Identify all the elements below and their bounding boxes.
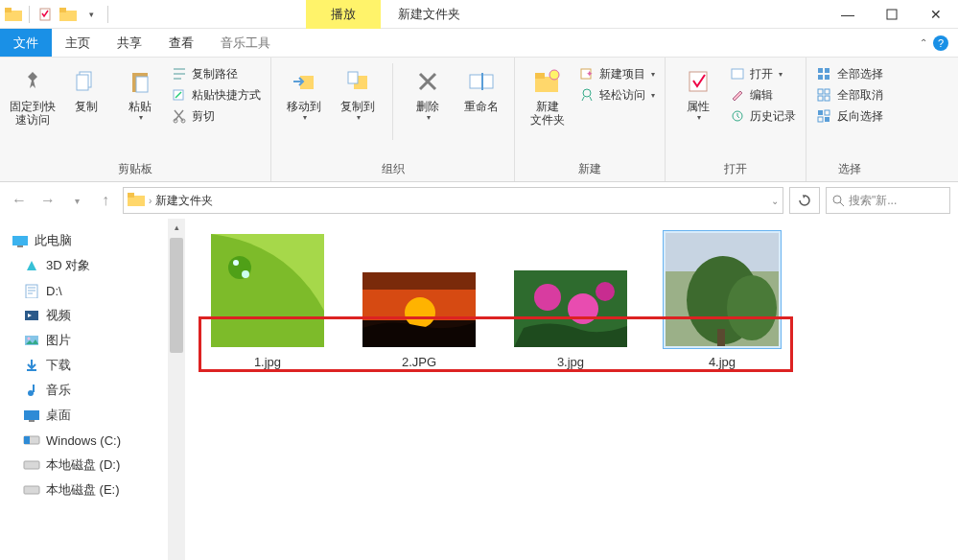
move-to-button[interactable]: 移动到 ▾ [281,63,327,122]
chevron-down-icon: ▾ [357,113,361,122]
scrollbar[interactable]: ▴ [168,219,185,560]
breadcrumb[interactable]: 新建文件夹 [155,193,213,209]
sidebar-item-label: Windows (C:) [46,433,121,448]
sidebar-item[interactable]: 音乐 [6,378,162,403]
paste-button[interactable]: 粘贴 ▾ [117,63,163,122]
cut-button[interactable]: 剪切 [171,107,261,125]
collapse-ribbon-icon[interactable]: ⌃ [920,37,927,48]
properties-icon[interactable] [35,5,55,24]
svg-rect-40 [128,193,134,198]
content-pane[interactable]: 1.jpg2.JPG3.jpg4.jpg [185,219,958,560]
new-item-button[interactable]: ✦ 新建项目 ▾ [578,65,655,82]
invert-selection-button[interactable]: 反向选择 [816,107,883,125]
sidebar-item[interactable]: Windows (C:) [6,428,162,453]
close-button[interactable]: ✕ [914,0,958,29]
tab-share[interactable]: 共享 [104,29,155,57]
svg-text:✦: ✦ [586,69,594,79]
copy-icon [70,65,103,98]
address-bar[interactable]: › 新建文件夹 ⌄ [123,187,783,214]
breadcrumb-separator[interactable]: › [149,196,152,206]
scroll-thumb[interactable] [170,238,183,353]
chevron-down-icon: ▾ [697,113,701,122]
sidebar-item[interactable]: 视频 [6,303,162,328]
copy-button[interactable]: 复制 [63,63,109,113]
new-folder-button[interactable]: 新建 文件夹 [525,63,571,128]
back-button[interactable]: ← [8,189,31,212]
delete-button[interactable]: 删除 ▾ [405,63,451,122]
sidebar-item[interactable]: D:\ [6,278,162,303]
svg-rect-30 [825,75,829,80]
sidebar-item-icon [23,282,40,299]
svg-rect-28 [825,68,829,73]
easy-access-button[interactable]: 轻松访问 ▾ [578,86,655,104]
sidebar-item[interactable]: 3D 对象 [6,253,162,278]
sidebar-item-label: 本地磁盘 (D:) [46,456,120,474]
ribbon-group-organize: 移动到 ▾ 复制到 ▾ 删除 ▾ 重命名 组织 [271,58,515,181]
properties-button[interactable]: 属性 ▾ [675,63,721,122]
edit-icon [729,86,746,104]
file-item[interactable]: 3.jpg [513,268,628,369]
quick-access-toolbar: ▾ [0,5,114,24]
forward-button[interactable]: → [36,189,59,212]
help-icon[interactable]: ? [933,35,948,51]
copy-to-button[interactable]: 复制到 ▾ [335,63,381,122]
file-name: 4.jpg [709,355,736,369]
paste-shortcut-button[interactable]: 粘贴快捷方式 [171,86,261,104]
copy-path-button[interactable]: 复制路径 [171,65,261,82]
chevron-down-icon[interactable]: ▾ [82,5,101,24]
up-button[interactable]: ↑ [94,189,117,212]
svg-point-65 [568,293,598,324]
refresh-button[interactable] [789,187,820,214]
file-item[interactable]: 4.jpg [665,230,780,369]
minimize-button[interactable]: — [826,0,870,29]
history-button[interactable]: 历史记录 [729,107,796,125]
context-tab-play[interactable]: 播放 [306,0,381,29]
select-none-button[interactable]: 全部取消 [816,86,883,104]
chevron-down-icon: ▾ [651,91,655,100]
select-all-button[interactable]: 全部选择 [816,65,883,82]
svg-rect-32 [825,89,829,94]
body-area: 此电脑3D 对象D:\视频图片下载音乐桌面Windows (C:)本地磁盘 (D… [0,219,958,560]
sidebar-item-label: 本地磁盘 (E:) [46,481,120,499]
copy-to-icon [341,65,374,98]
sidebar-item[interactable]: 本地磁盘 (E:) [6,478,162,502]
sidebar-item[interactable]: 下载 [6,353,162,378]
svg-rect-53 [24,461,39,469]
svg-rect-49 [24,410,39,420]
scroll-up-icon[interactable]: ▴ [168,219,185,236]
sidebar-item[interactable]: 此电脑 [6,228,162,253]
svg-rect-42 [12,236,28,245]
file-item[interactable]: 1.jpg [210,232,325,369]
sidebar-item-icon [23,407,40,424]
sidebar-item[interactable]: 桌面 [6,403,162,428]
tab-file[interactable]: 文件 [0,29,52,57]
tab-view[interactable]: 查看 [155,29,207,57]
group-label: 剪贴板 [10,159,261,179]
svg-rect-4 [59,8,66,12]
select-all-icon [816,65,833,82]
window-title: 新建文件夹 [398,6,460,23]
maximize-button[interactable] [870,0,914,29]
svg-rect-31 [818,89,823,94]
sidebar-item-icon [23,382,40,399]
tab-music-tools[interactable]: 音乐工具 [207,29,284,57]
rename-button[interactable]: 重命名 [458,63,504,113]
search-input[interactable]: 搜索"新... [826,187,950,214]
file-item[interactable]: 2.JPG [362,270,477,369]
chevron-down-icon[interactable]: ⌄ [771,196,779,206]
properties-icon [682,65,714,98]
tab-home[interactable]: 主页 [52,29,104,57]
svg-rect-17 [481,73,483,90]
recent-locations-button[interactable]: ▾ [65,189,88,212]
sidebar-item[interactable]: 图片 [6,328,162,353]
svg-rect-15 [348,72,358,83]
open-button[interactable]: 打开 ▾ [729,65,796,82]
sidebar-item[interactable]: 本地磁盘 (D:) [6,453,162,478]
shortcut-icon [171,86,188,104]
edit-button[interactable]: 编辑 [729,86,796,104]
svg-rect-33 [818,96,823,101]
folder-icon[interactable] [58,5,78,24]
chevron-down-icon: ▾ [303,113,307,122]
navigation-pane: 此电脑3D 对象D:\视频图片下载音乐桌面Windows (C:)本地磁盘 (D… [0,219,168,560]
pin-button[interactable]: 固定到快 速访问 [10,63,56,128]
